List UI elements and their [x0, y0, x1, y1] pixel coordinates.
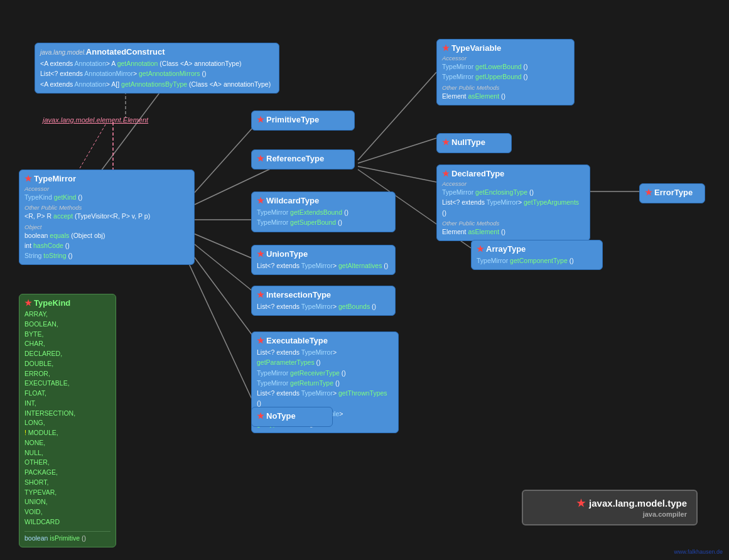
type-variable-other-1: Element asElement () [442, 91, 569, 101]
type-mirror-obj-3: String toString () [24, 250, 189, 261]
executable-type-title: ★ExecutableType [257, 336, 393, 345]
type-mirror-other-label: Other Public Methods [24, 204, 189, 211]
type-variable-title: ★TypeVariable [442, 43, 569, 53]
declared-other-1: Element asElement () [442, 227, 585, 237]
union-type-title: ★UnionType [257, 249, 390, 259]
declared-acc-2: List<? extends TypeMirror> getTypeArgume… [442, 197, 585, 218]
declared-type-card: ★DeclaredType Accessor TypeMirror getEnc… [436, 164, 590, 241]
reference-type-card: ★ReferenceType [251, 149, 355, 170]
exec-method-3: TypeMirror getReturnType () [257, 378, 393, 388]
svg-line-15 [75, 122, 107, 176]
reference-type-title: ★ReferenceType [257, 154, 349, 163]
no-type-title: ★NoType [257, 411, 327, 421]
type-mirror-obj-1: boolean equals (Object obj) [24, 230, 189, 240]
array-method-1: TypeMirror getComponentType () [477, 256, 597, 266]
watermark: www.falkhausen.de [674, 549, 723, 555]
exec-method-2: TypeMirror getReceiverType () [257, 368, 393, 378]
type-kind-card: ★TypeKind ARRAY, BOOLEAN, BYTE, CHAR, DE… [19, 294, 116, 547]
exec-method-1: List<? extends TypeMirror> getParameterT… [257, 347, 393, 368]
package-title: javax.lang.model.type [589, 498, 687, 509]
declared-other-label: Other Public Methods [442, 220, 585, 227]
annotated-construct-method-1: <A extends Annotation> A getAnnotation (… [40, 58, 274, 68]
annotated-construct-method-2: List<? extends AnnotationMirror> getAnno… [40, 68, 274, 78]
annotated-construct-title: java.lang.model.AnnotatedConstruct [40, 47, 274, 57]
type-mirror-object-label: Object [24, 223, 189, 230]
package-subtitle: java.compiler [532, 510, 687, 518]
array-type-title: ★ArrayType [477, 244, 597, 254]
type-variable-accessor-label: Accessor [442, 55, 569, 62]
declared-acc-1: TypeMirror getEnclosingType () [442, 187, 585, 197]
svg-line-8 [358, 72, 436, 160]
type-mirror-title: ★TypeMirror [24, 174, 189, 183]
no-type-card: ★NoType [251, 407, 333, 427]
wildcard-method-2: TypeMirror getSuperBound () [257, 217, 390, 227]
type-mirror-accessor-label: Accessor [24, 185, 189, 192]
svg-line-10 [358, 166, 436, 182]
intersection-method-1: List<? extends TypeMirror> getBounds () [257, 301, 390, 311]
type-variable-acc-1: TypeMirror getLowerBound () [442, 62, 569, 72]
intersection-type-title: ★IntersectionType [257, 290, 390, 299]
svg-line-0 [97, 88, 163, 176]
primitive-type-card: ★PrimitiveType [251, 110, 355, 131]
svg-line-9 [358, 138, 436, 163]
null-type-title: ★NullType [442, 137, 506, 147]
annotated-construct-method-3: <A extends Annotation> A[] getAnnotation… [40, 79, 274, 89]
exec-method-4: List<? extends TypeMirror> getThrownType… [257, 388, 393, 409]
type-kind-title: ★TypeKind [24, 298, 111, 308]
wildcard-type-card: ★WildcardType TypeMirror getExtendsBound… [251, 191, 396, 232]
annotated-construct-card: java.lang.model.AnnotatedConstruct <A ex… [35, 43, 279, 94]
type-mirror-card: ★TypeMirror Accessor TypeKind getKind ()… [19, 170, 195, 265]
intersection-type-card: ★IntersectionType List<? extends TypeMir… [251, 286, 396, 316]
annotated-construct-package: java.lang.model. [40, 49, 86, 56]
declared-type-title: ★DeclaredType [442, 169, 585, 178]
type-mirror-obj-2: int hashCode () [24, 240, 189, 250]
type-mirror-accessor-1: TypeKind getKind () [24, 192, 189, 202]
error-type-card: ★ErrorType [639, 183, 705, 203]
type-variable-card: ★TypeVariable Accessor TypeMirror getLow… [436, 39, 575, 105]
union-method-1: List<? extends TypeMirror> getAlternativ… [257, 261, 390, 271]
null-type-card: ★NullType [436, 133, 512, 153]
type-kind-footer: boolean isPrimitive () [24, 531, 111, 542]
wildcard-type-title: ★WildcardType [257, 196, 390, 205]
element-interface-label: javax.lang.model.element.Element [43, 116, 148, 124]
primitive-type-title: ★PrimitiveType [257, 115, 349, 124]
error-type-title: ★ErrorType [645, 188, 699, 197]
type-kind-list: ARRAY, BOOLEAN, BYTE, CHAR, DECLARED, DO… [24, 310, 111, 527]
array-type-card: ★ArrayType TypeMirror getComponentType (… [471, 240, 603, 270]
type-variable-acc-2: TypeMirror getUpperBound () [442, 72, 569, 82]
type-variable-other-label: Other Public Methods [442, 84, 569, 91]
package-box: ★ javax.lang.model.type java.compiler [522, 490, 698, 525]
type-mirror-other-1: <R, P> R accept (TypeVisitor<R, P> v, P … [24, 211, 189, 221]
union-type-card: ★UnionType List<? extends TypeMirror> ge… [251, 245, 396, 275]
declared-type-accessor-label: Accessor [442, 180, 585, 187]
wildcard-method-1: TypeMirror getExtendsBound () [257, 207, 390, 217]
